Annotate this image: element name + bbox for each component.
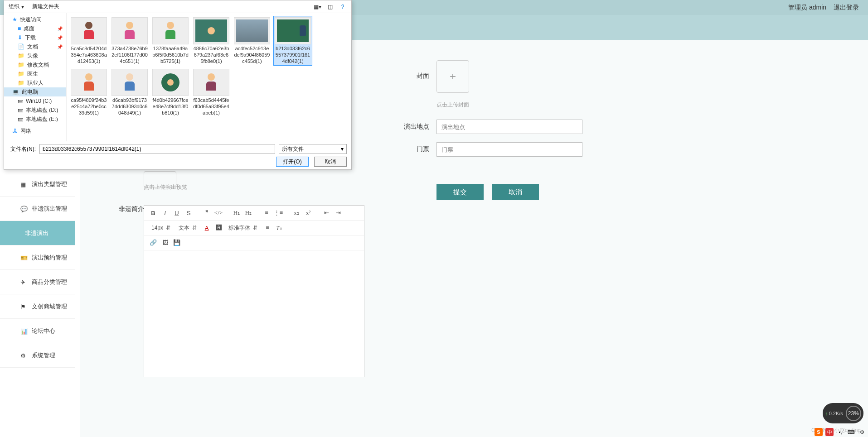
italic-icon[interactable]: I — [160, 208, 170, 217]
quote-icon[interactable]: ❞ — [202, 208, 211, 217]
form-section: 封面 + 点击上传封面 演出地点 门票 提交 取消 — [402, 60, 582, 200]
sidebar-item-label: 非遗演出 — [25, 229, 48, 237]
dialog-bottom: 文件名(N): 所有文件▾ 打开(O) 取消 — [4, 141, 351, 170]
disk-icon: 🖴 — [18, 116, 23, 122]
tray-punct-icon[interactable]: •, — [836, 428, 844, 436]
file-item[interactable]: 5ca5c8d54204d354e7a463608ad12453(1) — [69, 16, 108, 66]
file-name: 4886c70a62e3b679a237af63e65fb8e0(1) — [193, 45, 229, 64]
admin-label[interactable]: 管理员 admin — [788, 4, 826, 11]
superscript-icon[interactable]: x² — [304, 208, 313, 217]
h2-icon[interactable]: H₂ — [244, 208, 253, 217]
rich-text-editor[interactable]: B I U S ❞ </> H₁ H₂ ≡ ⋮≡ x₂ x² ⇤ ⇥ 14px … — [144, 205, 364, 377]
sidebar-item-show-type[interactable]: ▦ 演出类型管理 — [0, 172, 75, 197]
sidebar-item-forum[interactable]: 📊 论坛中心 — [0, 319, 75, 343]
ul-icon[interactable]: ⋮≡ — [274, 208, 283, 217]
text-color-icon[interactable]: A — [202, 223, 211, 232]
submit-button[interactable]: 提交 — [436, 184, 484, 200]
dialog-cancel-button[interactable]: 取消 — [314, 157, 347, 167]
filename-input[interactable] — [39, 144, 275, 154]
preview-pane-icon[interactable]: ◫ — [326, 3, 334, 11]
new-folder-button[interactable]: 新建文件夹 — [32, 3, 59, 10]
save-icon[interactable]: 💾 — [172, 238, 181, 247]
sidebar-item-category[interactable]: ✈ 商品分类管理 — [0, 270, 75, 294]
help-icon[interactable]: ? — [339, 3, 347, 11]
file-item[interactable]: d6cab93bf91737ddd63093d0c6048d49(1) — [110, 67, 149, 117]
sidebar-item-booking[interactable]: 🎫 演出预约管理 — [0, 245, 75, 270]
sidebar-item-label: 非遗演出管理 — [32, 205, 67, 213]
pin-icon: 📌 — [57, 44, 63, 49]
font-type-select[interactable]: 文本 ⇵ — [176, 224, 199, 232]
tray-ime-icon[interactable]: 中 — [825, 428, 834, 436]
bg-color-icon[interactable]: 🅰 — [214, 223, 223, 232]
nav-downloads[interactable]: ⬇下载📌 — [4, 33, 66, 42]
image-icon[interactable]: 🖼 — [160, 238, 170, 247]
folder-icon: 📁 — [18, 53, 24, 59]
nav-this-pc[interactable]: 💻此电脑 — [4, 87, 66, 96]
link-icon[interactable]: 🔗 — [149, 238, 158, 247]
location-input[interactable] — [436, 120, 582, 134]
file-name: ca95f4809f24b3e25c4a72be0cc39d59(1) — [71, 97, 107, 116]
file-name: ac4fec52c913edcf9a904f86059c455d(1) — [234, 45, 270, 64]
file-thumb — [112, 17, 148, 44]
flag-icon: ⚑ — [20, 303, 27, 310]
tray-settings-icon[interactable]: ⚙ — [858, 428, 866, 436]
nav-disk-d[interactable]: 🖴本地磁盘 (D:) — [4, 106, 66, 115]
download-icon: ⬇ — [18, 34, 22, 41]
file-item[interactable]: ac4fec52c913edcf9a904f86059c455d(1) — [233, 16, 272, 66]
nav-quick-access[interactable]: ★快速访问 — [4, 15, 66, 24]
file-filter-select[interactable]: 所有文件▾ — [279, 144, 347, 154]
nav-desktop[interactable]: ■桌面📌 — [4, 24, 66, 33]
open-button[interactable]: 打开(O) — [276, 157, 309, 167]
organize-menu[interactable]: 组织 ▾ — [9, 3, 24, 10]
strike-icon[interactable]: S — [184, 208, 193, 217]
h1-icon[interactable]: H₁ — [232, 208, 241, 217]
file-item[interactable]: f63cab5d4445fedf0d65a83f95e4abeb(1) — [192, 67, 231, 117]
logout-link[interactable]: 退出登录 — [834, 4, 859, 11]
file-thumb — [112, 69, 148, 96]
sidebar-item-system[interactable]: ⚙ 系统管理 — [0, 343, 75, 368]
cover-upload-button[interactable]: + — [436, 60, 469, 93]
bold-icon[interactable]: B — [149, 208, 158, 217]
nav-moddocs[interactable]: 📁修改文档 — [4, 60, 66, 69]
nav-professional[interactable]: 📁职业人 — [4, 78, 66, 87]
perf-widget[interactable]: ↑ 0.2K/s 23% — [823, 403, 863, 423]
code-icon[interactable]: </> — [214, 208, 223, 217]
font-family-select[interactable]: 标准字体 ⇵ — [226, 224, 260, 232]
indent-icon[interactable]: ⇥ — [334, 208, 343, 217]
nav-disk-e[interactable]: 🖴本地磁盘 (E:) — [4, 115, 66, 124]
sidebar-item-heritage-show-mgmt[interactable]: 💬 非遗演出管理 — [0, 197, 75, 221]
align-icon[interactable]: ≡ — [263, 223, 272, 232]
file-name: 5ca5c8d54204d354e7a463608ad12453(1) — [71, 45, 107, 64]
ticket-input[interactable] — [436, 142, 582, 157]
nav-documents[interactable]: 📄文档📌 — [4, 42, 66, 51]
file-item[interactable]: 1378faaa6a49ab6f5f0d5610b7db5725(1) — [151, 16, 190, 66]
chart-icon: 📊 — [20, 328, 27, 334]
nav-avatar[interactable]: 📁头像 — [4, 51, 66, 60]
nav-doctor[interactable]: 📁医生 — [4, 69, 66, 78]
font-size-select[interactable]: 14px ⇵ — [149, 225, 173, 231]
sidebar-item-mall[interactable]: ⚑ 文创商城管理 — [0, 294, 75, 319]
sidebar-item-heritage-show[interactable]: 非遗演出 — [0, 221, 75, 245]
nav-win10[interactable]: 🖴Win10 (C:) — [4, 96, 66, 106]
chevron-down-icon: ▾ — [21, 4, 24, 10]
underline-icon[interactable]: U — [172, 208, 181, 217]
file-item[interactable]: f4d0b429667fcee48e7cf9dd13f0b810(1) — [151, 67, 190, 117]
file-name: b213d033f62c6557379901f1614df042(1) — [275, 45, 311, 64]
clear-format-icon[interactable]: Tₓ — [275, 223, 284, 232]
file-item[interactable]: 4886c70a62e3b679a237af63e65fb8e0(1) — [192, 16, 231, 66]
ol-icon[interactable]: ≡ — [262, 208, 271, 217]
file-item[interactable]: 373a4738e76b92ef1106f177d004c651(1) — [110, 16, 149, 66]
file-item[interactable]: ca95f4809f24b3e25c4a72be0cc39d59(1) — [69, 67, 108, 117]
ticket-icon: 🎫 — [20, 255, 27, 261]
subscript-icon[interactable]: x₂ — [292, 208, 301, 217]
cancel-button[interactable]: 取消 — [492, 184, 539, 200]
file-item[interactable]: b213d033f62c6557379901f1614df042(1) — [273, 16, 312, 66]
outdent-icon[interactable]: ⇤ — [322, 208, 331, 217]
cover-hint: 点击上传封面 — [436, 101, 582, 109]
nav-network[interactable]: 🖧网络 — [4, 126, 66, 135]
tray-sogou-icon[interactable]: S — [815, 428, 823, 436]
dialog-body: ★快速访问 ■桌面📌 ⬇下载📌 📄文档📌 📁头像 📁修改文档 📁医生 📁职业人 … — [4, 13, 351, 141]
folder-icon: 📁 — [18, 80, 24, 86]
tray-keyboard-icon[interactable]: ⌨ — [847, 428, 855, 436]
view-mode-icon[interactable]: ▦▾ — [313, 3, 321, 11]
